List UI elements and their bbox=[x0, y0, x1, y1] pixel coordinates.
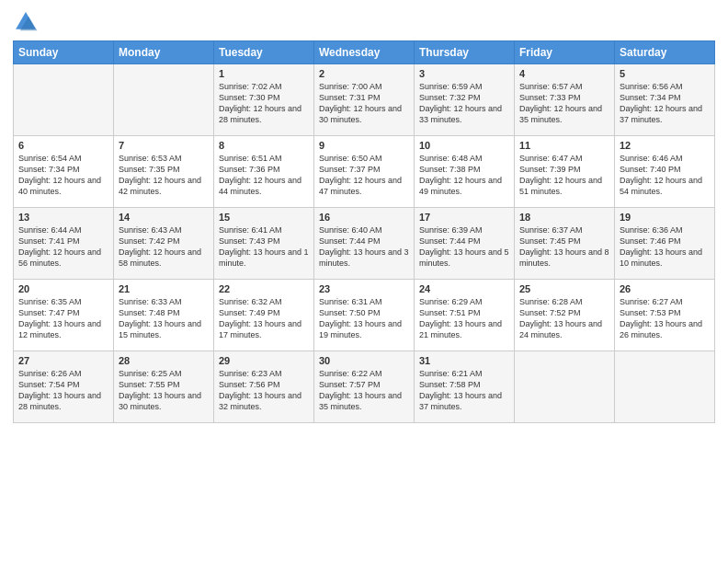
cell-info: Sunrise: 6:40 AMSunset: 7:44 PMDaylight:… bbox=[319, 224, 409, 270]
day-number: 28 bbox=[119, 355, 209, 366]
calendar-cell: 23Sunrise: 6:31 AMSunset: 7:50 PMDayligh… bbox=[314, 280, 415, 351]
day-number: 26 bbox=[620, 283, 710, 294]
page: SundayMondayTuesdayWednesdayThursdayFrid… bbox=[0, 0, 728, 563]
cell-info: Sunrise: 7:00 AMSunset: 7:31 PMDaylight:… bbox=[319, 81, 409, 126]
day-number: 25 bbox=[519, 283, 609, 294]
cell-info: Sunrise: 7:02 AMSunset: 7:30 PMDaylight:… bbox=[219, 81, 309, 126]
day-number: 31 bbox=[419, 355, 509, 366]
calendar-cell: 6Sunrise: 6:54 AMSunset: 7:34 PMDaylight… bbox=[14, 136, 114, 208]
calendar-table: SundayMondayTuesdayWednesdayThursdayFrid… bbox=[13, 40, 715, 423]
cell-info: Sunrise: 6:53 AMSunset: 7:35 PMDaylight:… bbox=[119, 153, 209, 198]
calendar-cell: 28Sunrise: 6:25 AMSunset: 7:55 PMDayligh… bbox=[114, 351, 214, 423]
calendar-cell: 18Sunrise: 6:37 AMSunset: 7:45 PMDayligh… bbox=[515, 208, 615, 280]
calendar-cell: 17Sunrise: 6:39 AMSunset: 7:44 PMDayligh… bbox=[415, 208, 515, 280]
day-number: 27 bbox=[18, 355, 108, 366]
calendar-cell: 13Sunrise: 6:44 AMSunset: 7:41 PMDayligh… bbox=[14, 208, 114, 280]
week-row-2: 6Sunrise: 6:54 AMSunset: 7:34 PMDaylight… bbox=[14, 136, 715, 208]
cell-info: Sunrise: 6:41 AMSunset: 7:43 PMDaylight:… bbox=[219, 224, 309, 270]
cell-info: Sunrise: 6:46 AMSunset: 7:40 PMDaylight:… bbox=[620, 153, 710, 198]
cell-info: Sunrise: 6:44 AMSunset: 7:41 PMDaylight:… bbox=[18, 224, 108, 270]
header-day-friday: Friday bbox=[515, 41, 615, 64]
calendar-cell: 30Sunrise: 6:22 AMSunset: 7:57 PMDayligh… bbox=[314, 351, 415, 423]
cell-info: Sunrise: 6:37 AMSunset: 7:45 PMDaylight:… bbox=[519, 224, 609, 270]
cell-info: Sunrise: 6:56 AMSunset: 7:34 PMDaylight:… bbox=[620, 81, 710, 126]
header-row: SundayMondayTuesdayWednesdayThursdayFrid… bbox=[14, 41, 715, 64]
day-number: 22 bbox=[219, 283, 309, 294]
calendar-cell: 5Sunrise: 6:56 AMSunset: 7:34 PMDaylight… bbox=[615, 64, 715, 136]
week-row-3: 13Sunrise: 6:44 AMSunset: 7:41 PMDayligh… bbox=[14, 208, 715, 280]
calendar-cell: 12Sunrise: 6:46 AMSunset: 7:40 PMDayligh… bbox=[615, 136, 715, 208]
cell-info: Sunrise: 6:57 AMSunset: 7:33 PMDaylight:… bbox=[519, 81, 609, 126]
day-number: 14 bbox=[119, 212, 209, 223]
day-number: 9 bbox=[319, 140, 409, 151]
logo bbox=[13, 9, 42, 35]
header-day-wednesday: Wednesday bbox=[314, 41, 415, 64]
cell-info: Sunrise: 6:39 AMSunset: 7:44 PMDaylight:… bbox=[419, 224, 509, 270]
cell-info: Sunrise: 6:29 AMSunset: 7:51 PMDaylight:… bbox=[419, 296, 509, 341]
calendar-cell: 29Sunrise: 6:23 AMSunset: 7:56 PMDayligh… bbox=[214, 351, 314, 423]
cell-info: Sunrise: 6:50 AMSunset: 7:37 PMDaylight:… bbox=[319, 153, 409, 198]
day-number: 19 bbox=[620, 212, 710, 223]
cell-info: Sunrise: 6:23 AMSunset: 7:56 PMDaylight:… bbox=[219, 368, 309, 413]
day-number: 18 bbox=[519, 212, 609, 223]
calendar-cell: 27Sunrise: 6:26 AMSunset: 7:54 PMDayligh… bbox=[14, 351, 114, 423]
calendar-cell: 22Sunrise: 6:32 AMSunset: 7:49 PMDayligh… bbox=[214, 280, 314, 351]
day-number: 4 bbox=[519, 68, 609, 79]
day-number: 5 bbox=[620, 68, 710, 79]
day-number: 13 bbox=[18, 212, 108, 223]
cell-info: Sunrise: 6:47 AMSunset: 7:39 PMDaylight:… bbox=[519, 153, 609, 198]
week-row-1: 1Sunrise: 7:02 AMSunset: 7:30 PMDaylight… bbox=[14, 64, 715, 136]
day-number: 15 bbox=[219, 212, 309, 223]
day-number: 8 bbox=[219, 140, 309, 151]
header-day-tuesday: Tuesday bbox=[214, 41, 314, 64]
calendar-cell: 20Sunrise: 6:35 AMSunset: 7:47 PMDayligh… bbox=[14, 280, 114, 351]
day-number: 12 bbox=[620, 140, 710, 151]
cell-info: Sunrise: 6:31 AMSunset: 7:50 PMDaylight:… bbox=[319, 296, 409, 341]
calendar-cell: 26Sunrise: 6:27 AMSunset: 7:53 PMDayligh… bbox=[615, 280, 715, 351]
calendar-cell: 25Sunrise: 6:28 AMSunset: 7:52 PMDayligh… bbox=[515, 280, 615, 351]
cell-info: Sunrise: 6:27 AMSunset: 7:53 PMDaylight:… bbox=[620, 296, 710, 341]
calendar-cell: 9Sunrise: 6:50 AMSunset: 7:37 PMDaylight… bbox=[314, 136, 415, 208]
cell-info: Sunrise: 6:26 AMSunset: 7:54 PMDaylight:… bbox=[18, 368, 108, 413]
cell-info: Sunrise: 6:54 AMSunset: 7:34 PMDaylight:… bbox=[18, 153, 108, 198]
calendar-cell: 19Sunrise: 6:36 AMSunset: 7:46 PMDayligh… bbox=[615, 208, 715, 280]
day-number: 7 bbox=[119, 140, 209, 151]
day-number: 21 bbox=[119, 283, 209, 294]
day-number: 20 bbox=[18, 283, 108, 294]
day-number: 17 bbox=[419, 212, 509, 223]
calendar-cell: 7Sunrise: 6:53 AMSunset: 7:35 PMDaylight… bbox=[114, 136, 214, 208]
calendar-cell: 1Sunrise: 7:02 AMSunset: 7:30 PMDaylight… bbox=[214, 64, 314, 136]
calendar-cell: 8Sunrise: 6:51 AMSunset: 7:36 PMDaylight… bbox=[214, 136, 314, 208]
day-number: 6 bbox=[18, 140, 108, 151]
header bbox=[13, 9, 715, 35]
logo-icon bbox=[13, 9, 39, 35]
cell-info: Sunrise: 6:48 AMSunset: 7:38 PMDaylight:… bbox=[419, 153, 509, 198]
day-number: 11 bbox=[519, 140, 609, 151]
cell-info: Sunrise: 6:36 AMSunset: 7:46 PMDaylight:… bbox=[620, 224, 710, 270]
cell-info: Sunrise: 6:21 AMSunset: 7:58 PMDaylight:… bbox=[419, 368, 509, 413]
cell-info: Sunrise: 6:35 AMSunset: 7:47 PMDaylight:… bbox=[18, 296, 108, 341]
header-day-saturday: Saturday bbox=[615, 41, 715, 64]
week-row-5: 27Sunrise: 6:26 AMSunset: 7:54 PMDayligh… bbox=[14, 351, 715, 423]
calendar-cell: 4Sunrise: 6:57 AMSunset: 7:33 PMDaylight… bbox=[515, 64, 615, 136]
day-number: 24 bbox=[419, 283, 509, 294]
day-number: 2 bbox=[319, 68, 409, 79]
calendar-cell bbox=[515, 351, 615, 423]
day-number: 1 bbox=[219, 68, 309, 79]
calendar-cell: 15Sunrise: 6:41 AMSunset: 7:43 PMDayligh… bbox=[214, 208, 314, 280]
calendar-cell bbox=[615, 351, 715, 423]
week-row-4: 20Sunrise: 6:35 AMSunset: 7:47 PMDayligh… bbox=[14, 280, 715, 351]
calendar-cell: 11Sunrise: 6:47 AMSunset: 7:39 PMDayligh… bbox=[515, 136, 615, 208]
calendar-cell: 2Sunrise: 7:00 AMSunset: 7:31 PMDaylight… bbox=[314, 64, 415, 136]
day-number: 29 bbox=[219, 355, 309, 366]
calendar-cell: 10Sunrise: 6:48 AMSunset: 7:38 PMDayligh… bbox=[415, 136, 515, 208]
calendar-cell bbox=[14, 64, 114, 136]
calendar-cell: 14Sunrise: 6:43 AMSunset: 7:42 PMDayligh… bbox=[114, 208, 214, 280]
header-day-thursday: Thursday bbox=[415, 41, 515, 64]
day-number: 30 bbox=[319, 355, 409, 366]
calendar-cell bbox=[114, 64, 214, 136]
day-number: 23 bbox=[319, 283, 409, 294]
cell-info: Sunrise: 6:43 AMSunset: 7:42 PMDaylight:… bbox=[119, 224, 209, 270]
cell-info: Sunrise: 6:22 AMSunset: 7:57 PMDaylight:… bbox=[319, 368, 409, 413]
day-number: 16 bbox=[319, 212, 409, 223]
